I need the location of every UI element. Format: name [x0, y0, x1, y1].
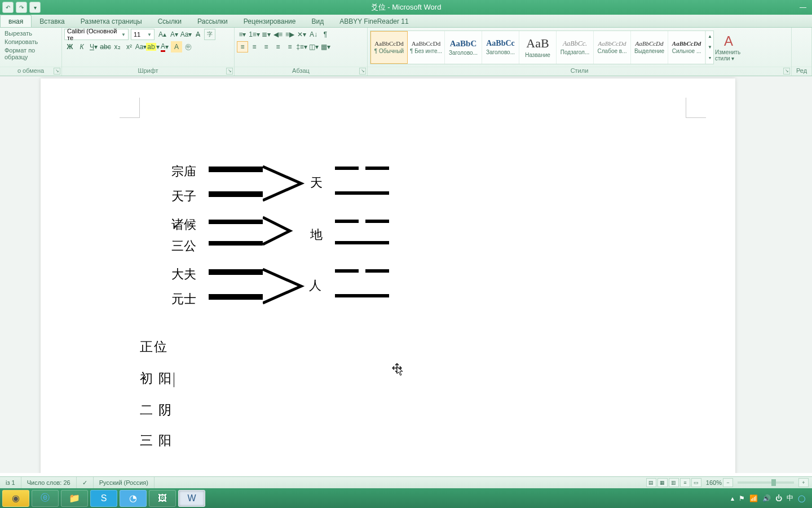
multilevel-list-button[interactable]: ≣▾	[261, 29, 272, 40]
clipboard-launcher[interactable]: ↘	[54, 68, 60, 75]
phonetic-guide-button[interactable]: 字	[204, 29, 215, 40]
tab-mailings[interactable]: Рассылки	[189, 15, 236, 27]
taskbar-skype[interactable]: S	[90, 490, 117, 507]
status-proofing[interactable]: ✓	[77, 477, 94, 488]
paragraph-launcher[interactable]: ↘	[359, 68, 366, 75]
font-color-button[interactable]: A▾	[159, 41, 170, 52]
styles-gallery[interactable]: AaBbCcDd¶ Обычный AaBbCcDd¶ Без инте... …	[370, 30, 714, 64]
taskbar-photos[interactable]: 🖼	[149, 490, 176, 507]
align-center-button[interactable]: ≡	[249, 41, 260, 52]
status-page[interactable]: із 1	[0, 477, 21, 488]
tab-home[interactable]: вная	[0, 15, 32, 27]
style-normal[interactable]: AaBbCcDd¶ Обычный	[370, 31, 408, 64]
tray-ime[interactable]: 中	[787, 493, 793, 503]
view-outline[interactable]: ≡	[680, 478, 690, 487]
italic-button[interactable]: К	[76, 41, 87, 52]
sort-button[interactable]: A↓	[308, 29, 319, 40]
character-shading-button[interactable]: A	[171, 41, 182, 52]
tray-app-icon[interactable]: ◯	[798, 494, 805, 502]
style-strong[interactable]: AaBbCcDdСильное ...	[668, 31, 705, 64]
subscript-button[interactable]: x₂	[112, 41, 123, 52]
status-language[interactable]: Русский (Россия)	[94, 477, 155, 488]
styles-expand[interactable]: ▾	[706, 52, 714, 63]
group-editing: Ред	[792, 28, 812, 76]
font-name-combo[interactable]: Calibri (Основной те▼	[64, 29, 129, 40]
redo-button[interactable]: ↷	[16, 2, 27, 13]
undo-button[interactable]: ↶	[2, 2, 14, 13]
line-spacing-button[interactable]: ‡≡▾	[296, 41, 307, 52]
tab-insert[interactable]: Вставка	[32, 15, 73, 27]
styles-scroll-up[interactable]: ▲	[706, 31, 714, 42]
tab-abbyy[interactable]: ABBYY FineReader 11	[332, 15, 417, 27]
shading-button[interactable]: ◫▾	[308, 41, 319, 52]
change-styles-button[interactable]: A Изменить стили ▾	[714, 32, 743, 63]
format-painter-button[interactable]: Формат по образцу	[5, 47, 57, 60]
style-subtle-emphasis[interactable]: AaBbCcDdСлабое в...	[594, 31, 631, 64]
grow-font-button[interactable]: A▴	[157, 29, 168, 40]
taskbar-word[interactable]: W	[178, 490, 205, 507]
tray-flag-icon[interactable]: ⚑	[739, 494, 745, 502]
styles-scroll-down[interactable]: ▼	[706, 42, 714, 52]
decrease-indent-button[interactable]: ◀≡	[272, 29, 284, 40]
view-draft[interactable]: ▭	[691, 478, 701, 487]
document-area[interactable]: 宗庙 天子 天 诸候 三公 地	[0, 76, 812, 473]
style-subtitle[interactable]: AaBbCc.Подзагол...	[557, 31, 594, 64]
font-size-combo[interactable]: 11▼	[131, 29, 155, 40]
style-no-spacing[interactable]: AaBbCcDd¶ Без инте...	[408, 31, 445, 64]
minimize-button[interactable]: —	[796, 2, 810, 12]
qat-more-button[interactable]: ▾	[29, 2, 41, 13]
tray-wifi-icon[interactable]: 📶	[749, 494, 758, 502]
asian-layout-button[interactable]: ✕▾	[296, 29, 307, 40]
font-launcher[interactable]: ↘	[226, 68, 233, 75]
quick-access-toolbar: ↶ ↷ ▾	[0, 2, 41, 13]
view-print-layout[interactable]: ▤	[646, 478, 656, 487]
status-bar: із 1 Число слов: 26 ✓ Русский (Россия) ▤…	[0, 476, 812, 488]
cut-button[interactable]: Вырезать	[5, 30, 57, 37]
styles-launcher[interactable]: ↘	[783, 68, 790, 75]
zoom-level[interactable]: 160%	[706, 479, 722, 486]
bullets-button[interactable]: ≡▾	[237, 29, 248, 40]
zoom-out-button[interactable]: −	[723, 478, 733, 487]
doc-line: 二 阴	[140, 401, 173, 419]
tab-review[interactable]: Рецензирование	[236, 15, 304, 27]
taskbar-explorer[interactable]: 📁	[61, 490, 88, 507]
tray-volume-icon[interactable]: 🔊	[762, 494, 771, 502]
strikethrough-button[interactable]: abc	[100, 41, 111, 52]
view-full-screen[interactable]: ▦	[657, 478, 668, 487]
taskbar-app1[interactable]: ◔	[120, 490, 147, 507]
highlight-button[interactable]: ab▾	[147, 41, 158, 52]
style-heading1[interactable]: AaBbCЗаголово...	[445, 31, 482, 64]
justify-button[interactable]: ≡	[272, 41, 284, 52]
tray-chevron-icon[interactable]: ▴	[731, 494, 734, 502]
status-word-count[interactable]: Число слов: 26	[21, 477, 77, 488]
clear-formatting-button[interactable]: A̶	[192, 29, 204, 40]
change-case-button[interactable]: Aa▾	[180, 29, 192, 40]
shrink-font-button[interactable]: A▾	[169, 29, 180, 40]
zoom-in-button[interactable]: +	[798, 478, 809, 487]
numbering-button[interactable]: 1≡▾	[249, 29, 260, 40]
style-heading2[interactable]: AaBbCcЗаголово...	[482, 31, 519, 64]
copy-button[interactable]: Копировать	[5, 38, 57, 45]
tab-page-layout[interactable]: Разметка страницы	[73, 15, 150, 27]
tab-view[interactable]: Вид	[303, 15, 332, 27]
distributed-button[interactable]: ≡	[284, 41, 295, 52]
increase-indent-button[interactable]: ≡▶	[284, 29, 295, 40]
show-hide-button[interactable]: ¶	[320, 29, 331, 40]
bold-button[interactable]: Ж	[64, 41, 76, 52]
zoom-slider[interactable]	[738, 481, 794, 484]
text-effects-button[interactable]: Aa▾	[135, 41, 147, 52]
yang-line-r	[335, 241, 389, 244]
view-web-layout[interactable]: ▥	[669, 478, 679, 487]
borders-button[interactable]: ▦▾	[320, 41, 331, 52]
taskbar-ie[interactable]: ⓔ	[32, 490, 59, 507]
taskbar-chrome[interactable]: ◉	[2, 490, 29, 507]
tray-power-icon[interactable]: ⏻	[775, 494, 782, 502]
align-left-button[interactable]: ≡	[237, 41, 248, 52]
tab-references[interactable]: Ссылки	[150, 15, 189, 27]
style-title[interactable]: AaBНазвание	[519, 31, 557, 64]
underline-button[interactable]: Ч▾	[88, 41, 99, 52]
style-emphasis[interactable]: AaBbCcDdВыделение	[631, 31, 668, 64]
superscript-button[interactable]: x²	[123, 41, 135, 52]
align-right-button[interactable]: ≡	[261, 41, 272, 52]
enclose-characters-button[interactable]: ㊥	[183, 41, 194, 52]
